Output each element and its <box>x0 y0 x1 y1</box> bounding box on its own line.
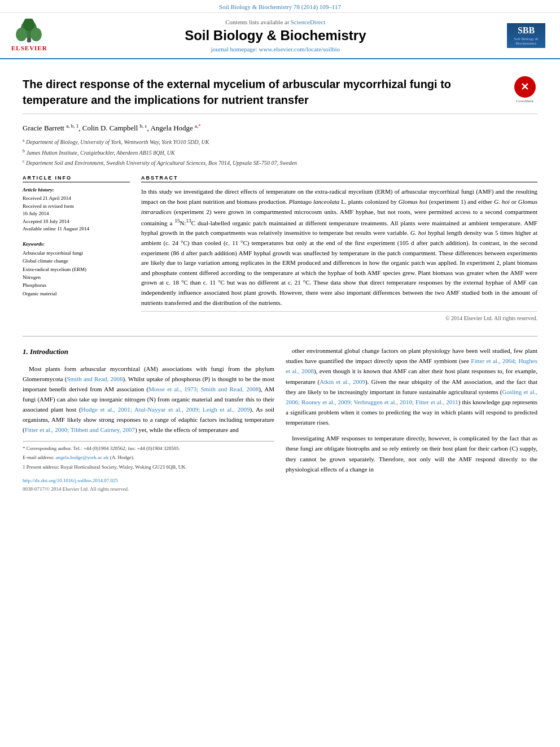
ref-atkin-2009[interactable]: Atkin et al., 2009 <box>320 378 365 385</box>
authors-line: Gracie Barrett a, b, 1, Colin D. Campbel… <box>23 123 537 133</box>
author-2: Colin D. Campbell b, c <box>82 124 147 132</box>
keyword-4: Nitrogen <box>23 273 130 281</box>
keywords-label: Keywords: <box>23 241 130 247</box>
footnote-email: E-mail address: angela.hodge@york.ac.uk … <box>23 454 274 462</box>
issn-copyright: 0038-0717/© 2014 Elsevier Ltd. All right… <box>23 485 274 493</box>
keyword-3: Extra-radical mycelium (ERM) <box>23 265 130 273</box>
intro-para-2: other environmental global change factor… <box>286 346 537 427</box>
footnote-star: * Corresponding author. Tel.: +44 (0)190… <box>23 445 274 453</box>
author-1: Gracie Barrett a, b, 1 <box>23 124 78 132</box>
bottom-doi-links: http://dx.doi.org/10.1016/j.soilbio.2014… <box>23 477 274 494</box>
article-info-abstract-layout: Article Info Article history: Received 2… <box>23 175 537 327</box>
intro-para-1: Most plants form arbuscular mycorrhizal … <box>23 364 274 435</box>
article-info-column: Article Info Article history: Received 2… <box>23 175 130 327</box>
footnote-star-text: * Corresponding author. Tel.: +44 (0)190… <box>23 445 180 451</box>
abstract-column: Abstract In this study we investigated t… <box>141 175 537 327</box>
keyword-1: Arbuscular mycorrhizal fungi <box>23 249 130 257</box>
keyword-6: Organic material <box>23 290 130 298</box>
history-item-2: Received in revised form <box>23 203 130 211</box>
journal-logo-right: SBB Soil Biology & Biochemistry <box>504 23 549 48</box>
keyword-5: Phosphorus <box>23 281 130 289</box>
contents-available-line: Contents lists available at ScienceDirec… <box>47 19 504 25</box>
history-item-1: Received 21 April 2014 <box>23 195 130 203</box>
article-info-heading: Article Info <box>23 175 130 182</box>
journal-title: Soil Biology & Biochemistry <box>47 28 504 43</box>
crossmark-badge: ✕ CrossMark <box>512 76 537 103</box>
footnote-1: 1 Present address: Royal Horticultural S… <box>23 464 274 471</box>
sciencedirect-link[interactable]: ScienceDirect <box>291 19 326 25</box>
elsevier-wordmark: ELSEVIER <box>11 45 47 51</box>
keyword-2: Global climate change <box>23 257 130 265</box>
journal-homepage: journal homepage: www.elsevier.com/locat… <box>47 46 504 53</box>
main-content: The direct response of the external myce… <box>0 59 560 505</box>
crossmark-icon: ✕ <box>514 76 536 98</box>
email-link[interactable]: angela.hodge@york.ac.uk <box>55 455 108 460</box>
affil-c: c Department Soil and Environment, Swedi… <box>23 158 537 167</box>
article-title-section: The direct response of the external myce… <box>23 71 537 114</box>
journal-reference-bar: Soil Biology & Biochemistry 78 (2014) 10… <box>0 0 560 13</box>
elsevier-logo: ELSEVIER <box>11 20 47 51</box>
history-item-3: 16 July 2014 <box>23 210 130 218</box>
body-right-column: other environmental global change factor… <box>286 346 537 494</box>
section-divider <box>23 336 537 337</box>
sbb-logo-box: SBB Soil Biology & Biochemistry <box>507 23 545 48</box>
journal-ref-text: Soil Biology & Biochemistry 78 (2014) 10… <box>219 3 341 10</box>
affil-a: a Department of Biology, University of Y… <box>23 137 537 146</box>
ref-gosling-2006[interactable]: Gosling et al., 2006; Rooney et al., 200… <box>286 388 537 405</box>
ref-fitter-2004[interactable]: Fitter et al., 2004; <box>471 357 517 364</box>
author-3: Angela Hodge a,* <box>150 124 200 132</box>
ref-fitter-2000[interactable]: Fitter et al., 2000; Tibbett and Cairney… <box>25 426 135 433</box>
email-suffix: (A. Hodge). <box>110 455 134 460</box>
ref-hodge-2001[interactable]: Hodge et al., 2001; Atul-Nayyar et al., … <box>81 406 250 413</box>
abstract-text: In this study we investigated the direct… <box>141 187 537 308</box>
journal-header: ELSEVIER Contents lists available at Sci… <box>0 13 560 59</box>
doi-url[interactable]: http://dx.doi.org/10.1016/j.soilbio.2014… <box>23 478 118 483</box>
history-item-4: Accepted 18 July 2014 <box>23 218 130 226</box>
affil-b: b James Hutton Institute, Craigiebuckler… <box>23 148 537 157</box>
crossmark-label: CrossMark <box>516 99 533 103</box>
copyright-line: © 2014 Elsevier Ltd. All rights reserved… <box>141 311 537 321</box>
history-label: Article history: <box>23 187 130 193</box>
footnotes-section: * Corresponding author. Tel.: +44 (0)190… <box>23 441 274 471</box>
elsevier-tree-icon <box>14 20 45 43</box>
abstract-heading: Abstract <box>141 175 537 182</box>
sbb-letters: SBB <box>509 25 543 36</box>
body-left-column: 1. Introduction Most plants form arbuscu… <box>23 346 274 494</box>
ref-mosse-1973[interactable]: Mosse et al., 1973; Smith and Read, 2008 <box>148 386 259 392</box>
doi-link[interactable]: http://dx.doi.org/10.1016/j.soilbio.2014… <box>23 477 274 485</box>
introduction-heading: 1. Introduction <box>23 346 274 357</box>
history-item-5: Available online 11 August 2014 <box>23 225 130 233</box>
email-label: E-mail address: <box>23 455 54 460</box>
abstract-section: Abstract In this study we investigated t… <box>141 175 537 321</box>
journal-center-header: Contents lists available at ScienceDirec… <box>47 19 504 53</box>
ref-smith-read-2008[interactable]: Smith and Read, 2008 <box>67 375 123 382</box>
affiliations: a Department of Biology, University of Y… <box>23 137 537 167</box>
keywords-section: Keywords: Arbuscular mycorrhizal fungi G… <box>23 241 130 298</box>
article-title: The direct response of the external myce… <box>23 76 501 108</box>
article-info-section: Article Info Article history: Received 2… <box>23 175 130 233</box>
sbb-subtitle: Soil Biology & Biochemistry <box>509 37 543 46</box>
body-text-layout: 1. Introduction Most plants form arbuscu… <box>23 346 537 494</box>
intro-para-3: Investigating AMF responses to temperatu… <box>286 433 537 474</box>
